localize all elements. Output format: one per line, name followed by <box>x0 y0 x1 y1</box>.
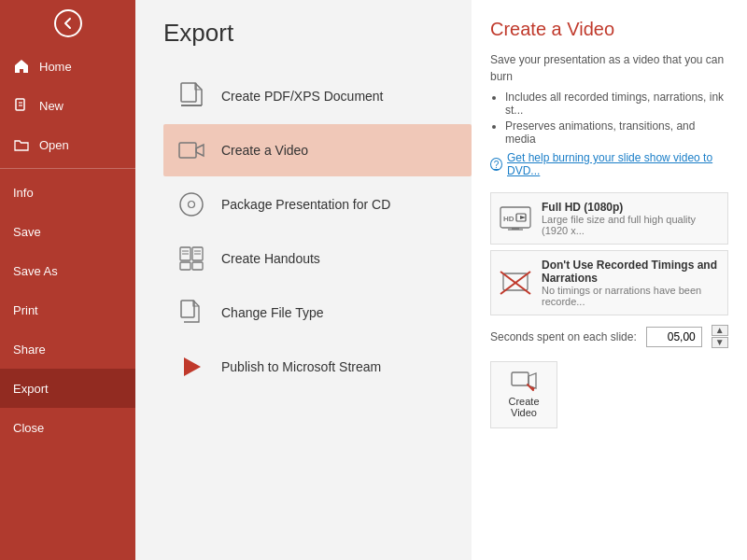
sidebar-label-new: New <box>39 99 63 113</box>
sidebar-label-save: Save <box>13 225 41 239</box>
svg-rect-5 <box>179 143 196 158</box>
sidebar-item-export[interactable]: Export <box>0 369 135 408</box>
stream-icon <box>175 350 208 384</box>
svg-rect-0 <box>16 99 24 110</box>
export-label-video: Create a Video <box>221 143 308 158</box>
handouts-icon <box>175 242 208 275</box>
detail-title: Create a Video <box>490 19 728 40</box>
back-button[interactable] <box>0 0 135 47</box>
quality-option-full-hd[interactable]: HD Full HD (1080p) Large file size and f… <box>490 192 728 245</box>
svg-rect-16 <box>192 262 203 270</box>
spinner-down[interactable]: ▼ <box>712 337 728 348</box>
svg-point-7 <box>180 193 203 216</box>
export-item-create-video[interactable]: Create a Video <box>163 124 472 176</box>
svg-marker-18 <box>184 357 201 376</box>
full-hd-text: Full HD (1080p) Large file size and full… <box>542 201 720 236</box>
sidebar-item-info[interactable]: Info <box>0 173 135 212</box>
export-label-cd: Package Presentation for CD <box>221 197 390 212</box>
svg-marker-6 <box>196 145 204 156</box>
detail-bullets: Includes all recorded timings, narration… <box>490 91 728 146</box>
sidebar-label-home: Home <box>39 60 72 74</box>
export-title: Export <box>163 19 472 48</box>
sidebar-item-save-as[interactable]: Save As <box>0 251 135 290</box>
video-icon <box>175 133 208 167</box>
back-circle-icon[interactable] <box>54 9 82 37</box>
open-icon <box>13 136 30 153</box>
home-icon <box>13 58 30 75</box>
svg-point-8 <box>189 202 195 208</box>
sidebar-label-close: Close <box>13 421 44 435</box>
sidebar-item-save[interactable]: Save <box>0 212 135 251</box>
export-item-create-handouts[interactable]: Create Handouts <box>163 232 472 285</box>
svg-rect-3 <box>181 83 196 102</box>
cd-icon <box>175 188 208 221</box>
sidebar-item-open[interactable]: Open <box>0 125 135 164</box>
export-panel: Export Create PDF/XPS Document <box>135 0 472 560</box>
export-label-handouts: Create Handouts <box>221 251 320 266</box>
pdf-icon <box>175 79 208 113</box>
sidebar-item-share[interactable]: Share <box>0 329 135 369</box>
svg-text:HD: HD <box>503 215 514 223</box>
sidebar-label-save-as: Save As <box>13 264 58 278</box>
sidebar-label-open: Open <box>39 138 69 152</box>
export-item-publish-stream[interactable]: Publish to Microsoft Stream <box>163 341 472 393</box>
sidebar-item-print[interactable]: Print <box>0 290 135 329</box>
seconds-input[interactable] <box>646 327 702 347</box>
seconds-label: Seconds spent on each slide: <box>490 330 637 343</box>
sidebar-item-close[interactable]: Close <box>0 408 135 447</box>
sidebar-label-export: Export <box>13 382 49 396</box>
export-label-pdf: Create PDF/XPS Document <box>221 89 384 104</box>
create-video-button[interactable]: CreateVideo <box>490 361 557 428</box>
spinner-up[interactable]: ▲ <box>712 325 728 336</box>
new-icon <box>13 97 30 114</box>
svg-rect-15 <box>180 262 190 270</box>
help-link[interactable]: ? Get help burning your slide show video… <box>490 151 728 177</box>
detail-panel: Create a Video Save your presentation as… <box>472 0 747 560</box>
seconds-row: Seconds spent on each slide: ▲ ▼ <box>490 325 728 348</box>
sidebar-divider-1 <box>0 168 135 169</box>
seconds-spinner[interactable]: ▲ ▼ <box>712 325 728 348</box>
create-video-button-label: CreateVideo <box>508 396 539 418</box>
sidebar-item-home[interactable]: Home <box>0 47 135 86</box>
sidebar-item-new[interactable]: New <box>0 86 135 125</box>
main-content: Export Create PDF/XPS Document <box>135 0 747 560</box>
export-item-create-pdf[interactable]: Create PDF/XPS Document <box>163 70 472 122</box>
no-timings-icon <box>499 270 532 296</box>
export-item-change-file-type[interactable]: Change File Type <box>163 287 472 339</box>
no-timings-text: Don't Use Recorded Timings and Narration… <box>542 259 720 307</box>
export-item-package-cd[interactable]: Package Presentation for CD <box>163 178 472 231</box>
sidebar-label-info: Info <box>13 186 34 200</box>
svg-rect-28 <box>512 372 529 385</box>
export-label-filetype: Change File Type <box>221 305 323 320</box>
help-icon: ? <box>490 158 502 171</box>
sidebar: Home New Open Info Save Save As Print S <box>0 0 135 560</box>
full-hd-icon: HD <box>499 205 532 231</box>
sidebar-label-share: Share <box>13 343 46 357</box>
quality-option-no-timings[interactable]: Don't Use Recorded Timings and Narration… <box>490 250 728 315</box>
sidebar-label-print: Print <box>13 303 38 317</box>
detail-bullet-1: Includes all recorded timings, narration… <box>505 91 728 117</box>
svg-rect-17 <box>181 301 194 317</box>
create-video-button-icon <box>511 371 537 392</box>
detail-description: Save your presentation as a video that y… <box>490 51 728 85</box>
svg-marker-24 <box>520 216 526 219</box>
filetype-icon <box>175 296 208 329</box>
export-label-stream: Publish to Microsoft Stream <box>221 359 381 374</box>
detail-bullet-2: Preserves animations, transitions, and m… <box>505 119 728 146</box>
